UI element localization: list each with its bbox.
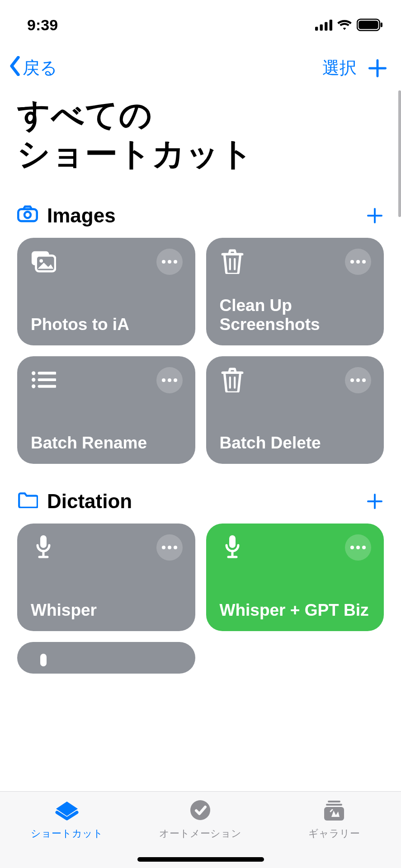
section-title-label: Images	[47, 204, 116, 227]
plus-icon	[366, 207, 384, 225]
page-title: すべての ショートカット	[0, 86, 401, 178]
shortcut-tile[interactable]: Batch Delete	[206, 356, 384, 464]
section-dictation: Dictation Whisper	[0, 490, 401, 674]
shortcut-tile[interactable]	[17, 642, 195, 674]
tile-more-button[interactable]	[156, 534, 183, 561]
wifi-icon	[337, 19, 352, 31]
tile-label: Photos to iA	[31, 315, 183, 335]
tile-label: Whisper	[31, 601, 183, 620]
section-images: Images Photos to iA	[0, 204, 401, 464]
svg-rect-2	[325, 22, 327, 31]
shortcuts-icon	[54, 799, 80, 824]
tile-more-button[interactable]	[156, 367, 183, 393]
section-add-images-button[interactable]	[366, 207, 384, 225]
tab-bar: ショートカット オートメーション ギャラリー	[0, 791, 401, 868]
shortcut-tile[interactable]: Photos to iA	[17, 238, 195, 345]
photos-icon	[31, 249, 56, 274]
svg-point-19	[32, 371, 35, 375]
svg-rect-5	[359, 21, 378, 29]
chevron-left-icon	[8, 56, 22, 80]
tab-gallery[interactable]: ギャラリー	[268, 799, 401, 840]
cellular-icon	[315, 19, 332, 31]
svg-rect-0	[315, 27, 318, 30]
nav-bar: 戻る 選択	[0, 50, 401, 86]
shortcut-tile[interactable]: Clean Up Screenshots	[206, 238, 384, 345]
svg-rect-36	[40, 654, 47, 666]
svg-rect-33	[229, 535, 236, 548]
tab-label: ショートカット	[31, 827, 103, 840]
back-button[interactable]: 戻る	[8, 56, 57, 80]
mic-icon	[31, 653, 56, 674]
back-label: 戻る	[23, 57, 57, 80]
svg-rect-3	[330, 19, 332, 30]
tile-label: Clean Up Screenshots	[220, 296, 372, 335]
svg-point-15	[39, 259, 43, 263]
status-time: 9:39	[27, 16, 58, 34]
svg-rect-38	[328, 801, 340, 802]
shortcut-tile[interactable]: Batch Rename	[17, 356, 195, 464]
tile-label: Batch Delete	[220, 434, 372, 453]
shortcut-tile[interactable]: Whisper + GPT Biz	[206, 524, 384, 631]
svg-rect-30	[40, 535, 47, 548]
home-indicator[interactable]	[137, 857, 264, 862]
svg-point-37	[190, 800, 210, 820]
trash-icon	[220, 249, 245, 274]
tab-shortcuts[interactable]: ショートカット	[0, 799, 133, 840]
svg-rect-6	[381, 23, 382, 27]
mic-icon	[220, 534, 245, 560]
svg-rect-1	[320, 24, 323, 31]
tab-automation[interactable]: オートメーション	[134, 799, 267, 840]
svg-rect-14	[36, 255, 55, 271]
svg-point-23	[32, 384, 35, 388]
tile-more-button[interactable]	[345, 534, 371, 561]
section-header-images[interactable]: Images	[17, 204, 116, 227]
plus-icon	[366, 492, 384, 510]
tab-label: オートメーション	[159, 827, 241, 840]
select-button[interactable]: 選択	[322, 57, 357, 80]
status-icons	[315, 19, 383, 31]
battery-icon	[357, 19, 383, 31]
section-header-dictation[interactable]: Dictation	[17, 490, 132, 513]
tile-more-button[interactable]	[345, 367, 371, 393]
list-icon	[31, 367, 56, 392]
tile-more-button[interactable]	[156, 249, 183, 275]
svg-point-21	[32, 378, 35, 382]
shortcut-tile[interactable]: Whisper	[17, 524, 195, 631]
tile-label: Batch Rename	[31, 434, 183, 453]
camera-icon	[17, 204, 38, 227]
tile-more-button[interactable]	[345, 249, 371, 275]
trash-icon	[220, 367, 245, 392]
plus-icon	[368, 58, 387, 78]
gallery-icon	[321, 799, 347, 824]
tab-label: ギャラリー	[308, 827, 360, 840]
svg-rect-39	[326, 804, 342, 806]
section-title-label: Dictation	[47, 490, 132, 513]
automation-icon	[188, 799, 213, 824]
tile-label: Whisper + GPT Biz	[220, 601, 372, 620]
svg-point-10	[24, 212, 31, 218]
section-add-dictation-button[interactable]	[366, 492, 384, 510]
status-bar: 9:39	[0, 0, 401, 50]
new-shortcut-button[interactable]	[368, 58, 387, 78]
folder-icon	[17, 490, 38, 513]
content-scroll[interactable]: 戻る 選択 すべての ショートカット Images	[0, 50, 401, 791]
mic-icon	[31, 534, 56, 560]
